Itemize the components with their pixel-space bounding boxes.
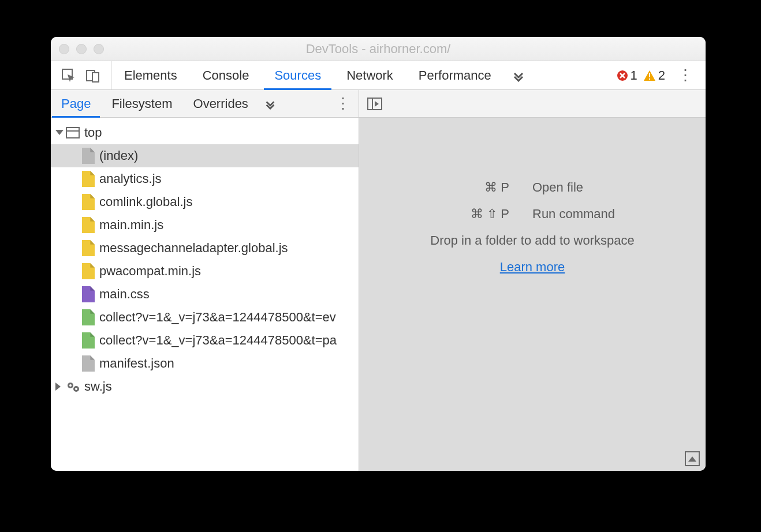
shortcut-label: Run command	[532, 207, 615, 222]
svg-point-7	[69, 384, 72, 387]
tree-file[interactable]: pwacompat.min.js	[51, 260, 359, 283]
tree-service-worker[interactable]: sw.js	[51, 375, 359, 398]
file-icon	[82, 240, 95, 256]
tree-frame-top[interactable]: top	[51, 121, 359, 144]
gears-icon	[66, 380, 81, 394]
navigator-tabstrip: Page Filesystem Overrides ⋮	[51, 90, 359, 118]
frame-icon	[66, 127, 80, 138]
file-icon	[82, 355, 95, 372]
device-toolbar-icon[interactable]	[85, 68, 100, 83]
tab-label: Console	[203, 68, 249, 83]
warning-count[interactable]: 2	[643, 68, 665, 83]
error-count-value: 1	[631, 68, 637, 83]
shortcut-keys: ⌘ ⇧ P	[411, 207, 509, 222]
devtools-window: DevTools - airhorner.com/ Elements Conso…	[51, 37, 706, 471]
hint-run-command: ⌘ ⇧ P Run command	[411, 207, 654, 222]
svg-rect-2	[92, 73, 99, 82]
file-icon	[82, 217, 95, 233]
tree-label: collect?v=1&_v=j73&a=1244478500&t=ev	[99, 310, 336, 325]
tree-file[interactable]: manifest.json	[51, 352, 359, 375]
editor-toolbar	[359, 90, 706, 118]
main-tabstrip: Elements Console Sources Network Perform…	[51, 61, 706, 90]
tree-label: sw.js	[84, 379, 112, 394]
tree-label: messagechanneladapter.global.js	[99, 241, 288, 256]
svg-point-9	[75, 388, 77, 390]
hint-open-file: ⌘ P Open file	[411, 180, 654, 195]
tree-file[interactable]: main.min.js	[51, 213, 359, 237]
file-icon	[82, 194, 95, 210]
tab-elements[interactable]: Elements	[111, 61, 190, 89]
learn-more-link[interactable]: Learn more	[500, 260, 565, 275]
drop-hint-text: Drop in a folder to add to workspace	[430, 233, 634, 248]
tab-label: Overrides	[193, 96, 248, 111]
tabs-overflow-icon[interactable]	[504, 61, 533, 89]
error-icon	[617, 70, 628, 81]
tree-file[interactable]: collect?v=1&_v=j73&a=1244478500&t=pa	[51, 329, 359, 352]
navigator-pane: Page Filesystem Overrides ⋮ top (index)	[51, 90, 359, 471]
show-drawer-icon[interactable]	[685, 451, 700, 466]
tree-label: comlink.global.js	[99, 194, 192, 209]
twisty-expanded-icon	[55, 130, 64, 138]
file-icon	[82, 148, 95, 164]
warning-icon	[643, 70, 656, 81]
titlebar: DevTools - airhorner.com/	[51, 37, 706, 61]
window-title: DevTools - airhorner.com/	[51, 42, 706, 57]
subtabs-overflow-icon[interactable]	[259, 90, 282, 117]
warning-count-value: 2	[658, 68, 665, 83]
file-icon	[82, 286, 95, 302]
tree-label: main.css	[99, 287, 150, 302]
tree-file[interactable]: messagechanneladapter.global.js	[51, 237, 359, 260]
svg-rect-5	[649, 78, 650, 80]
tab-sources[interactable]: Sources	[262, 61, 334, 89]
file-icon	[82, 309, 95, 325]
svg-rect-4	[649, 73, 650, 77]
tree-file[interactable]: (index)	[51, 144, 359, 167]
toggle-navigator-icon[interactable]	[367, 97, 382, 111]
shortcut-keys: ⌘ P	[411, 180, 509, 195]
file-icon	[82, 171, 95, 187]
subtab-filesystem[interactable]: Filesystem	[101, 90, 182, 117]
tree-label: (index)	[99, 148, 138, 163]
tab-label: Performance	[419, 68, 491, 83]
tab-label: Page	[61, 96, 91, 111]
subtab-overrides[interactable]: Overrides	[183, 90, 259, 117]
error-count[interactable]: 1	[617, 68, 637, 83]
tree-label: main.min.js	[99, 218, 163, 233]
tab-label: Filesystem	[111, 96, 172, 111]
tree-label: pwacompat.min.js	[99, 264, 201, 279]
tree-label: collect?v=1&_v=j73&a=1244478500&t=pa	[99, 333, 337, 348]
editor-empty-state: ⌘ P Open file ⌘ ⇧ P Run command Drop in …	[359, 118, 706, 471]
tab-label: Sources	[274, 68, 321, 83]
tab-label: Network	[346, 68, 393, 83]
file-icon	[82, 332, 95, 349]
tree-file[interactable]: comlink.global.js	[51, 190, 359, 213]
navigator-menu-icon[interactable]: ⋮	[327, 95, 359, 113]
tab-console[interactable]: Console	[190, 61, 262, 89]
tree-file[interactable]: collect?v=1&_v=j73&a=1244478500&t=ev	[51, 306, 359, 329]
tree-label: top	[84, 125, 102, 140]
shortcut-label: Open file	[532, 180, 583, 195]
tree-label: manifest.json	[99, 356, 174, 371]
settings-menu-icon[interactable]: ⋮	[671, 66, 700, 84]
file-icon	[82, 263, 95, 279]
editor-pane: ⌘ P Open file ⌘ ⇧ P Run command Drop in …	[359, 90, 706, 471]
tab-label: Elements	[124, 68, 177, 83]
inspect-element-icon[interactable]	[61, 68, 76, 83]
tab-performance[interactable]: Performance	[406, 61, 504, 89]
tree-label: analytics.js	[99, 171, 162, 186]
twisty-collapsed-icon	[55, 383, 64, 391]
file-tree: top (index) analytics.js comlink.global.…	[51, 118, 359, 471]
tree-file[interactable]: analytics.js	[51, 167, 359, 190]
tree-file[interactable]: main.css	[51, 283, 359, 306]
subtab-page[interactable]: Page	[51, 90, 101, 117]
tab-network[interactable]: Network	[334, 61, 406, 89]
